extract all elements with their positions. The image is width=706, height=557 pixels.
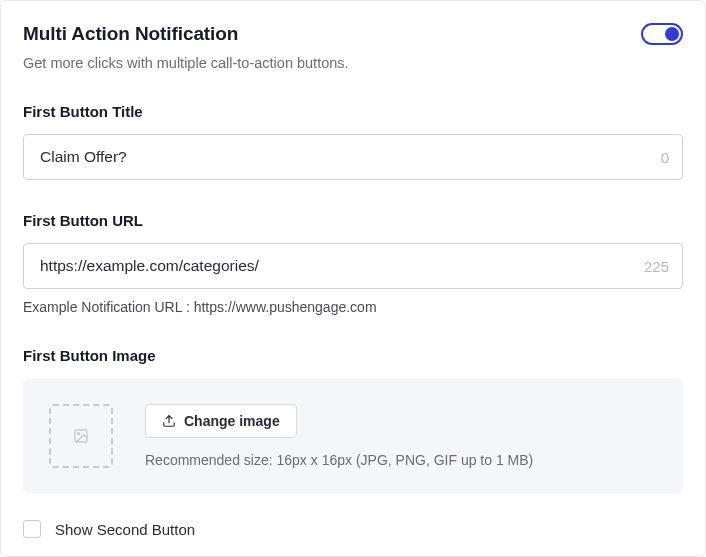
first-button-image-label: First Button Image <box>23 347 683 364</box>
first-button-url-counter: 225 <box>644 258 669 275</box>
upload-icon <box>162 414 176 428</box>
change-image-button[interactable]: Change image <box>145 404 297 438</box>
first-button-url-helper: Example Notification URL : https://www.p… <box>23 299 683 315</box>
upload-right: Change image Recommended size: 16px x 16… <box>145 404 657 468</box>
first-button-url-label: First Button URL <box>23 212 683 229</box>
panel-header: Multi Action Notification Get more click… <box>23 23 683 71</box>
show-second-button-label: Show Second Button <box>55 521 195 538</box>
first-button-image-group: First Button Image Change image <box>23 347 683 494</box>
first-button-url-input-wrapper: 225 <box>23 243 683 289</box>
section-title: Multi Action Notification <box>23 23 349 45</box>
toggle-knob <box>665 27 679 41</box>
show-second-button-checkbox[interactable] <box>23 520 41 538</box>
svg-point-1 <box>78 433 80 435</box>
image-placeholder[interactable] <box>49 404 113 468</box>
first-button-title-input-wrapper: 0 <box>23 134 683 180</box>
image-upload-box: Change image Recommended size: 16px x 16… <box>23 378 683 494</box>
image-icon <box>73 428 89 444</box>
enable-toggle[interactable] <box>641 23 683 45</box>
first-button-url-input[interactable] <box>23 243 683 289</box>
first-button-title-group: First Button Title 0 <box>23 103 683 180</box>
first-button-title-counter: 0 <box>661 149 669 166</box>
first-button-title-label: First Button Title <box>23 103 683 120</box>
multi-action-notification-panel: Multi Action Notification Get more click… <box>0 0 706 557</box>
section-subtitle: Get more clicks with multiple call-to-ac… <box>23 55 349 71</box>
first-button-url-group: First Button URL 225 Example Notificatio… <box>23 212 683 315</box>
header-text: Multi Action Notification Get more click… <box>23 23 349 71</box>
change-image-label: Change image <box>184 413 280 429</box>
first-button-title-input[interactable] <box>23 134 683 180</box>
recommended-size-text: Recommended size: 16px x 16px (JPG, PNG,… <box>145 452 657 468</box>
show-second-button-row: Show Second Button <box>23 520 683 538</box>
